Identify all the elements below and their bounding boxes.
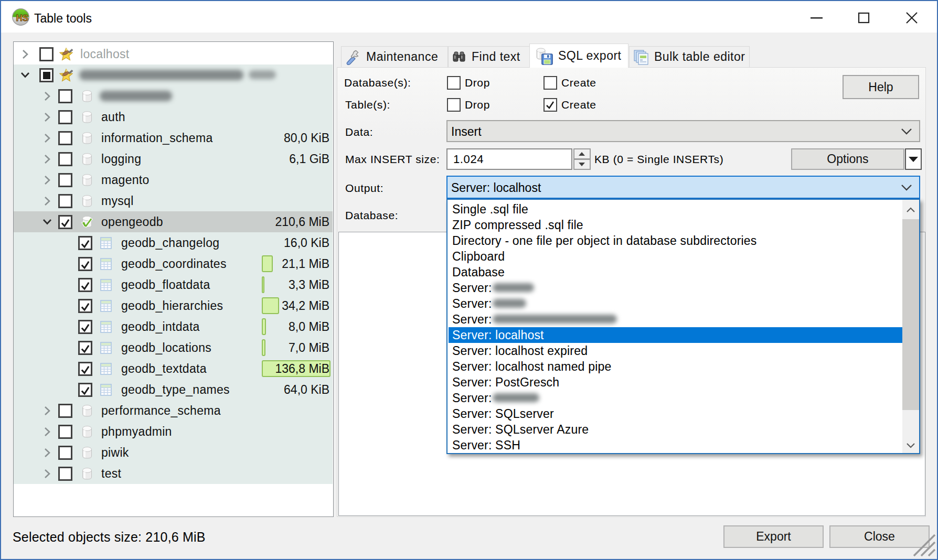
svg-text:HS: HS: [16, 13, 29, 23]
